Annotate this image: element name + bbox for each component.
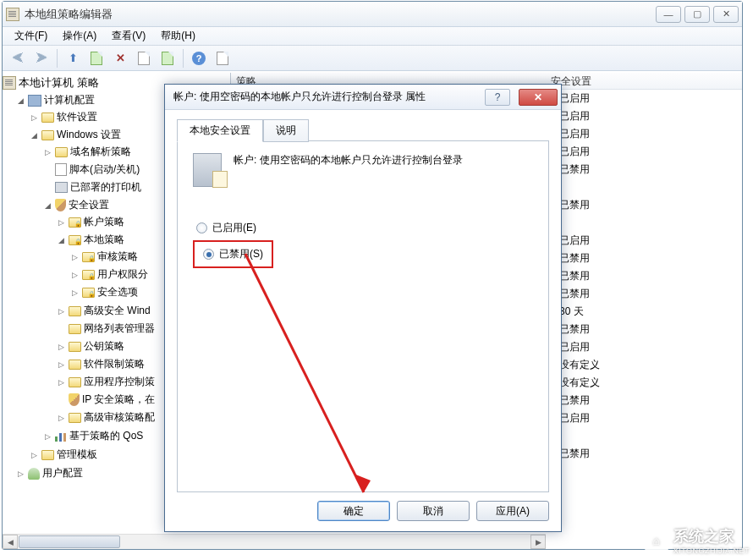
col-security-setting[interactable]: 安全设置 <box>551 74 737 87</box>
menu-action[interactable]: 操作(A) <box>56 27 103 45</box>
label: 基于策略的 QoS <box>69 429 143 443</box>
expand-icon[interactable]: ▷ <box>57 413 66 422</box>
scroll-left-button[interactable]: ◀ <box>3 535 18 549</box>
qos-icon <box>55 431 67 442</box>
radio-disabled-label: 已禁用(S) <box>219 247 263 261</box>
expand-icon[interactable]: ▷ <box>70 270 80 279</box>
expand-icon[interactable]: ▷ <box>57 217 66 227</box>
label: 用户配置 <box>42 466 83 480</box>
window-title: 本地组策略编辑器 <box>25 7 647 22</box>
help-button[interactable]: ? <box>189 48 209 69</box>
folder-icon <box>69 306 81 316</box>
collapse-icon[interactable]: ◢ <box>30 130 39 140</box>
tab-explain[interactable]: 说明 <box>263 119 309 142</box>
tab-local-security[interactable]: 本地安全设置 <box>177 119 263 142</box>
security-value: 已启用 <box>559 233 737 248</box>
expand-icon[interactable]: ▷ <box>70 252 80 261</box>
expand-icon[interactable]: ▷ <box>70 288 80 297</box>
expand-icon[interactable]: ▷ <box>30 450 39 459</box>
collapse-icon[interactable]: ◢ <box>57 235 66 244</box>
blank <box>43 183 52 192</box>
filter-button[interactable] <box>212 48 233 69</box>
titlebar: 本地组策略编辑器 — ▢ ✕ <box>3 2 742 27</box>
scroll-thumb[interactable] <box>19 535 120 548</box>
scroll-right-button[interactable]: ▶ <box>530 535 546 549</box>
security-value: 已启用 <box>559 91 737 106</box>
security-value: 已禁用 <box>559 393 737 408</box>
expand-icon[interactable]: ▷ <box>43 147 52 156</box>
script-icon <box>55 163 67 176</box>
blank <box>57 395 66 404</box>
properties-dialog: 帐户: 使用空密码的本地帐户只允许进行控制台登录 属性 ? ✕ 本地安全设置 说… <box>164 84 562 532</box>
radio-disabled[interactable] <box>203 249 214 260</box>
folder-icon <box>69 342 81 352</box>
toolbar: ⮜ ⮞ ⬆ ✕ ? <box>3 46 742 71</box>
separator <box>57 49 58 68</box>
policy-icon <box>3 76 16 90</box>
collapse-icon[interactable]: ◢ <box>43 200 52 210</box>
window-controls: — ▢ ✕ <box>652 6 739 23</box>
security-value: 已启用 <box>559 411 737 425</box>
menu-help[interactable]: 帮助(H) <box>154 27 202 45</box>
folder-lock-icon <box>82 288 95 298</box>
radio-enabled-row[interactable]: 已启用(E) <box>196 221 530 235</box>
printer-icon <box>55 182 68 193</box>
expand-icon[interactable]: ▷ <box>30 113 39 122</box>
label: 网络列表管理器 <box>84 321 155 336</box>
refresh-button[interactable] <box>157 48 178 69</box>
label: 软件设置 <box>57 110 97 124</box>
label: 安全设置 <box>69 198 109 212</box>
label: 域名解析策略 <box>70 145 131 159</box>
dialog-help-button[interactable]: ? <box>485 89 510 106</box>
apply-button[interactable]: 应用(A) <box>476 501 549 521</box>
expand-icon[interactable]: ▷ <box>57 342 66 351</box>
dialog-close-button[interactable]: ✕ <box>519 89 558 106</box>
label: 公钥策略 <box>84 339 124 354</box>
scroll-track[interactable] <box>121 535 530 549</box>
security-value: 已启用 <box>559 109 737 124</box>
forward-button[interactable]: ⮞ <box>31 48 52 69</box>
minimize-button[interactable]: — <box>656 6 681 23</box>
blank <box>43 165 52 174</box>
close-window-button[interactable]: ✕ <box>713 6 739 23</box>
collapse-icon[interactable]: ◢ <box>16 96 25 105</box>
radio-enabled-label: 已启用(E) <box>212 221 256 235</box>
expand-icon[interactable]: ▷ <box>57 377 66 387</box>
folder-icon <box>69 377 81 387</box>
security-value: 已禁用 <box>559 287 737 301</box>
label: 脚本(启动/关机) <box>69 162 140 177</box>
dialog-title: 帐户: 使用空密码的本地帐户只允许进行控制台登录 属性 <box>173 90 478 104</box>
show-hide-tree-button[interactable] <box>86 48 107 69</box>
properties-button[interactable] <box>134 48 154 69</box>
security-value: 已启用 <box>559 127 737 141</box>
expand-icon[interactable]: ▷ <box>16 469 25 478</box>
folder-icon <box>41 450 54 460</box>
blank <box>57 324 66 333</box>
expand-icon[interactable]: ▷ <box>57 360 66 369</box>
maximize-button[interactable]: ▢ <box>684 6 710 23</box>
back-button[interactable]: ⮜ <box>8 48 28 69</box>
menu-view[interactable]: 查看(V) <box>105 27 152 45</box>
folder-icon <box>69 413 81 423</box>
horizontal-scrollbar[interactable]: ◀ ▶ <box>3 534 546 549</box>
security-value <box>559 180 737 195</box>
watermark: ⌂ 系统之家 XITONGZHIJIA.NET <box>645 526 750 555</box>
up-button[interactable]: ⬆ <box>63 48 83 69</box>
folder-lock-icon <box>82 270 95 280</box>
server-icon <box>193 153 222 187</box>
expand-icon[interactable]: ▷ <box>43 431 52 441</box>
dialog-tabs: 本地安全设置 说明 <box>177 118 549 141</box>
expand-icon[interactable]: ▷ <box>57 306 66 316</box>
delete-button[interactable]: ✕ <box>110 48 130 69</box>
folder-icon <box>55 147 68 157</box>
label: 帐户策略 <box>84 215 124 229</box>
watermark-line1: 系统之家 <box>673 526 750 546</box>
security-value: 没有定义 <box>559 358 737 372</box>
menu-file[interactable]: 文件(F) <box>8 27 54 45</box>
label: 软件限制策略 <box>84 357 145 371</box>
highlight-box: 已禁用(S) <box>193 240 273 268</box>
radio-enabled[interactable] <box>196 222 207 233</box>
radio-disabled-row[interactable]: 已禁用(S) <box>203 247 263 261</box>
cancel-button[interactable]: 取消 <box>397 501 470 521</box>
ok-button[interactable]: 确定 <box>317 501 390 521</box>
